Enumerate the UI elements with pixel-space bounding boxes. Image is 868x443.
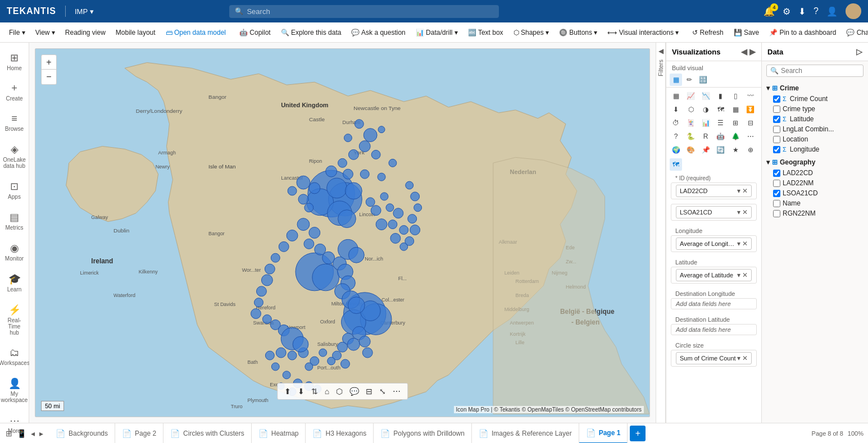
lad22cd-item[interactable]: LAD22CD <box>762 168 868 178</box>
viz-paint-icon[interactable]: 🎨 <box>685 144 697 156</box>
lsoa21cd-item[interactable]: LSOA21CD <box>762 188 868 198</box>
latitude-remove[interactable]: ▾ ✕ <box>737 271 748 279</box>
collapse-filters-icon[interactable]: ◀ <box>658 47 664 55</box>
tab-backgrounds[interactable]: 📄 Backgrounds <box>49 423 115 444</box>
user-avatar[interactable] <box>846 3 861 19</box>
lad22nm-item[interactable]: LAD22NM <box>762 178 868 188</box>
tab-polygons[interactable]: 📄 Polygons with Drilldown <box>374 423 472 444</box>
map-toolbar-up[interactable]: ⬆ <box>282 386 293 397</box>
name-item[interactable]: Name <box>762 198 868 208</box>
name-checkbox[interactable] <box>773 200 780 207</box>
viz-extra-icon[interactable]: ⊕ <box>744 144 757 156</box>
page-mobile-icon[interactable]: 📱 <box>16 428 28 439</box>
ribbon-buttons[interactable]: 🔘 Buttons ▾ <box>555 26 602 39</box>
viz-column-icon[interactable]: ▯ <box>729 90 742 102</box>
location-checkbox[interactable] <box>773 136 780 143</box>
ribbon-textbox[interactable]: 🔤 Text box <box>463 26 508 39</box>
rgn22nm-item[interactable]: RGN22NM <box>762 208 868 218</box>
page-grid-icon[interactable]: ⊞ <box>4 428 13 439</box>
global-search[interactable]: 🔍 <box>229 5 499 18</box>
share-icon[interactable]: 👤 <box>826 6 838 17</box>
nav-create[interactable]: + Create <box>1 78 28 106</box>
viz-area-icon[interactable]: 📉 <box>699 90 712 102</box>
id-field-2[interactable]: LSOA21CD ▾ ✕ <box>676 206 752 218</box>
viz-table-icon[interactable]: ⊞ <box>729 117 742 129</box>
viz-type-table-icon[interactable]: ▦ <box>670 74 682 86</box>
nav-apps[interactable]: ⊡ Apps <box>1 176 28 204</box>
lnglat-checkbox[interactable] <box>773 126 780 133</box>
viz-decomp-icon[interactable]: 🌲 <box>729 130 742 143</box>
tab-page2[interactable]: 📄 Page 2 <box>115 423 163 444</box>
viz-card-icon[interactable]: 🃏 <box>685 117 697 129</box>
map-toolbar-more[interactable]: ⋯ <box>390 386 403 397</box>
crime-group-header[interactable]: ▾ ⊞ Crime <box>762 83 868 94</box>
viz-treemap-icon[interactable]: ▦ <box>729 103 742 116</box>
latitude-field[interactable]: Average of Latitude ▾ ✕ <box>676 269 752 281</box>
crime-count-checkbox[interactable] <box>773 95 780 103</box>
id-field-1[interactable]: LAD22CD ▾ ✕ <box>676 185 752 197</box>
nav-home[interactable]: ⊞ Home <box>1 47 28 76</box>
viz-more-icon[interactable]: ⋯ <box>744 130 757 143</box>
map-toolbar-lasso[interactable]: ⬡ <box>334 386 345 397</box>
longitude-remove[interactable]: ▾ ✕ <box>737 240 748 248</box>
page-prev-btn[interactable]: ◂ <box>30 428 36 439</box>
viz-py-icon[interactable]: 🐍 <box>685 130 697 143</box>
data-search-box[interactable]: 🔍 <box>766 65 864 77</box>
settings-icon[interactable]: ⚙ <box>783 6 790 17</box>
viz-waterfall-icon[interactable]: ⬇ <box>670 103 682 116</box>
id-field-1-remove[interactable]: ▾ ✕ <box>737 187 748 195</box>
latitude-checkbox[interactable] <box>773 116 780 123</box>
dest-latitude-placeholder[interactable]: Add data fields here <box>671 325 756 335</box>
viz-geo-icon[interactable]: 🌍 <box>670 144 682 156</box>
viz-flow-icon[interactable]: 🔄 <box>715 144 727 156</box>
crime-count-item[interactable]: Σ Crime Count <box>762 94 868 104</box>
nav-my-workspace[interactable]: 👤 My workspace <box>1 373 28 408</box>
viz-custom-map-icon[interactable]: 🗺 <box>670 158 682 171</box>
viz-panel-collapse-btn[interactable]: ◀ <box>741 47 747 56</box>
map-container[interactable]: Derry/Londonderry Bangor United Kingdom … <box>35 48 650 417</box>
circle-size-field[interactable]: Sum of Crime Count ▾ ✕ <box>676 352 752 364</box>
ribbon-save[interactable]: 💾 Save <box>729 26 764 39</box>
latitude-item[interactable]: Σ Latitude <box>762 114 868 124</box>
circle-size-remove[interactable]: ▾ ✕ <box>737 354 748 362</box>
tab-page1[interactable]: 📄 Page 1 <box>579 423 628 444</box>
viz-type-brush-icon[interactable]: ✏ <box>683 74 696 86</box>
viz-pin-icon[interactable]: 📌 <box>699 144 712 156</box>
help-icon[interactable]: ? <box>814 6 819 16</box>
tab-images-ref[interactable]: 📄 Images & Reference Layer <box>472 423 579 444</box>
ribbon-chat[interactable]: 💬 Chat <box>842 26 868 39</box>
workspace-selector[interactable]: IMP ▾ <box>75 7 94 16</box>
viz-ai-icon[interactable]: 🤖 <box>715 130 727 143</box>
ribbon-pin[interactable]: 📌 Pin to a dashboard <box>765 26 840 39</box>
viz-qna-icon[interactable]: ? <box>670 130 682 143</box>
map-toolbar-down[interactable]: ⬇ <box>296 386 307 397</box>
nav-workspaces[interactable]: 🗂 Workspaces <box>1 342 28 371</box>
viz-funnel-icon[interactable]: ⏬ <box>744 103 757 116</box>
page-next-btn[interactable]: ▸ <box>38 428 44 439</box>
tab-circles-clusters[interactable]: 📄 Circles with Clusters <box>163 423 252 444</box>
ribbon-reading-view[interactable]: Reading view <box>61 26 110 39</box>
search-input[interactable] <box>247 7 493 16</box>
viz-ribbon-icon[interactable]: 〰 <box>744 90 757 102</box>
nav-learn[interactable]: 🎓 Learn <box>1 268 28 297</box>
map-toolbar-filter[interactable]: ⊟ <box>363 386 375 397</box>
notification-bell-icon[interactable]: 🔔 4 <box>764 6 775 17</box>
viz-kpi-icon[interactable]: 📊 <box>699 117 712 129</box>
rgn22nm-checkbox[interactable] <box>773 210 780 217</box>
tab-heatmap[interactable]: 📄 Heatmap <box>252 423 306 444</box>
ribbon-refresh[interactable]: ↺ Refresh <box>688 26 728 39</box>
geography-group-header[interactable]: ▾ ⊞ Geography <box>762 157 868 168</box>
tab-h3-hexagons[interactable]: 📄 H3 Hexagons <box>306 423 374 444</box>
viz-slicer-icon[interactable]: ☰ <box>715 117 727 129</box>
viz-bar-icon[interactable]: ▮ <box>715 90 727 102</box>
viz-r-icon[interactable]: R <box>699 130 712 143</box>
nav-browse[interactable]: ≡ Browse <box>1 108 28 136</box>
crime-type-item[interactable]: Crime type <box>762 104 868 114</box>
viz-scatter-icon[interactable]: ⬡ <box>685 103 697 116</box>
lad22cd-checkbox[interactable] <box>773 170 780 177</box>
viz-matrix-icon[interactable]: ⊟ <box>744 117 757 129</box>
map-toolbar-comment[interactable]: 💬 <box>347 386 361 397</box>
nav-realtime[interactable]: ⚡ Real-Time hub <box>1 299 28 340</box>
id-field-2-remove[interactable]: ▾ ✕ <box>737 208 748 216</box>
add-page-button[interactable]: + <box>630 426 646 441</box>
